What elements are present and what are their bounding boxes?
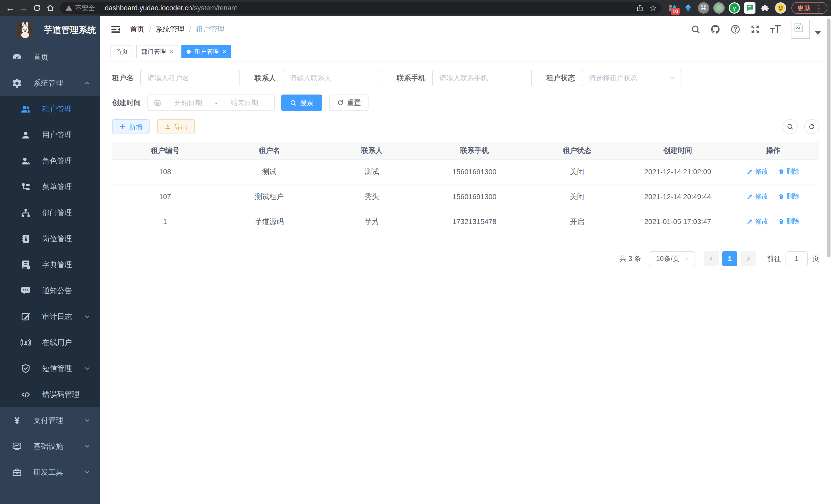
sidebar-item-dict[interactable]: 字典管理: [0, 252, 100, 278]
toggle-search-button[interactable]: [783, 119, 798, 134]
header-search-icon[interactable]: [691, 24, 700, 34]
export-button[interactable]: 导出: [157, 119, 195, 134]
calendar-icon: [154, 99, 161, 107]
delete-link[interactable]: 删除: [778, 167, 800, 176]
github-icon[interactable]: [710, 24, 720, 34]
page-header: 首页 / 系统管理 / 租户管理: [100, 16, 831, 42]
col-actions: 操作: [727, 142, 819, 159]
sidebar-item-online-user[interactable]: 在线用户: [0, 330, 100, 356]
cell-mobile: 17321315478: [423, 209, 526, 234]
sidebar-item-label: 在线用户: [42, 337, 72, 348]
sidebar-menu: 首页 系统管理 租户管理 用户管理 角色管理 菜单管理: [0, 44, 100, 485]
bookmark-star-icon[interactable]: ☆: [649, 3, 657, 13]
edit-link[interactable]: 修改: [747, 217, 768, 226]
forward-icon[interactable]: →: [17, 1, 30, 14]
col-tenant-id: 租户编号: [112, 142, 218, 159]
tenant-name-input[interactable]: [140, 70, 240, 86]
extension-kite-icon[interactable]: [683, 2, 694, 13]
chevron-right-icon: [745, 255, 752, 262]
delete-link[interactable]: 删除: [778, 192, 800, 201]
breadcrumb-current: 租户管理: [196, 24, 225, 34]
sidebar-item-user[interactable]: 用户管理: [0, 122, 100, 148]
user-avatar[interactable]: [791, 20, 810, 39]
sidebar-item-error-code[interactable]: 错误码管理: [0, 382, 100, 407]
security-label[interactable]: 不安全: [75, 4, 95, 12]
export-button-label: 导出: [174, 122, 188, 131]
page-size-select[interactable]: 10条/页: [649, 251, 695, 266]
extension-wappalyzer-icon[interactable]: 10: [667, 2, 678, 13]
chevron-left-icon: [708, 255, 715, 262]
sidebar-logo[interactable]: 芋道管理系统: [0, 16, 100, 44]
chevron-down-icon: [84, 365, 90, 372]
fullscreen-icon[interactable]: [750, 24, 760, 34]
end-date-input[interactable]: 结束日期: [220, 98, 269, 108]
extension-y-icon[interactable]: y: [729, 2, 740, 13]
create-time-range-picker[interactable]: 开始日期 - 结束日期: [147, 94, 275, 111]
chrome-update-button[interactable]: 更新 ⋮: [792, 2, 827, 14]
edit-link[interactable]: 修改: [747, 167, 768, 176]
next-page-button[interactable]: [741, 251, 756, 266]
page-number-1[interactable]: 1: [722, 251, 737, 266]
sidebar-item-home[interactable]: 首页: [0, 44, 100, 70]
extension-recorder-icon[interactable]: [713, 2, 725, 13]
status-select[interactable]: 请选择租户状态: [582, 70, 682, 86]
sidebar-item-post[interactable]: 岗位管理: [0, 226, 100, 252]
search-button[interactable]: 搜索: [281, 94, 322, 111]
cell-tenant-name: 测试: [218, 159, 321, 184]
sidebar-item-pay[interactable]: ¥ 支付管理: [0, 407, 100, 433]
add-button[interactable]: 新增: [112, 119, 149, 134]
tab-dept[interactable]: 部门管理 ×: [136, 45, 178, 58]
sidebar-item-system[interactable]: 系统管理: [0, 70, 100, 96]
share-icon[interactable]: [636, 4, 644, 12]
breadcrumb-system[interactable]: 系统管理: [156, 24, 184, 34]
reload-icon[interactable]: [30, 1, 44, 14]
extension-chat-icon[interactable]: [744, 2, 755, 13]
edit-link[interactable]: 修改: [747, 192, 768, 201]
chevron-down-icon: [684, 256, 690, 262]
scrollbar-thumb[interactable]: [827, 19, 830, 258]
sidebar-item-infra[interactable]: 基础设施: [0, 433, 100, 459]
close-icon[interactable]: ×: [223, 48, 226, 55]
cell-status: 关闭: [526, 184, 628, 209]
sidebar-item-sms[interactable]: 短信管理: [0, 356, 100, 382]
app-title: 芋道管理系统: [44, 24, 96, 36]
goto-page-input[interactable]: [785, 251, 808, 266]
sidebar-item-menu[interactable]: 菜单管理: [0, 174, 100, 200]
tab-home[interactable]: 首页: [111, 45, 133, 58]
breadcrumb-home[interactable]: 首页: [130, 24, 144, 34]
profile-avatar-icon[interactable]: [775, 2, 786, 13]
refresh-table-button[interactable]: [804, 119, 819, 134]
hamburger-icon[interactable]: [111, 24, 121, 34]
extensions-puzzle-icon[interactable]: [760, 2, 771, 13]
address-bar[interactable]: 不安全 dashboard.yudao.iocoder.cn/system/te…: [60, 2, 661, 14]
help-icon[interactable]: [730, 24, 741, 34]
browser-toolbar: ← → 不安全 dashboard.yudao.iocoder.cn/syste…: [0, 0, 831, 16]
edit-icon: [747, 169, 753, 175]
sidebar-item-dev-tools[interactable]: 研发工具: [0, 459, 100, 485]
sidebar-item-role[interactable]: 角色管理: [0, 148, 100, 174]
delete-link[interactable]: 删除: [778, 217, 800, 226]
sidebar-item-audit-log[interactable]: 审计日志: [0, 304, 100, 330]
sidebar-item-label: 通知公告: [42, 286, 72, 296]
prev-page-button[interactable]: [704, 251, 719, 266]
contact-input[interactable]: [283, 70, 382, 86]
start-date-input[interactable]: 开始日期: [164, 98, 213, 108]
sidebar-item-tenant[interactable]: 租户管理: [0, 96, 100, 122]
trash-icon: [778, 169, 784, 175]
sidebar-item-notice[interactable]: 通知公告: [0, 278, 100, 304]
reset-button[interactable]: 重置: [329, 94, 369, 111]
close-icon[interactable]: ×: [170, 48, 173, 55]
font-size-icon[interactable]: [770, 24, 781, 34]
chevron-down-icon: [84, 469, 90, 476]
sidebar-item-label: 部门管理: [42, 208, 72, 218]
tab-tenant[interactable]: 租户管理 ×: [181, 45, 231, 58]
users-icon: [20, 156, 32, 166]
chrome-menu-icon[interactable]: ⋮: [815, 4, 823, 12]
back-icon[interactable]: ←: [4, 1, 17, 14]
cell-contact: 秃头: [321, 184, 423, 209]
avatar-dropdown-caret-icon[interactable]: [815, 31, 821, 35]
extension-command-icon[interactable]: ⌘: [698, 2, 709, 13]
home-icon[interactable]: [44, 1, 57, 14]
mobile-input[interactable]: [432, 70, 532, 86]
sidebar-item-dept[interactable]: 部门管理: [0, 200, 100, 226]
